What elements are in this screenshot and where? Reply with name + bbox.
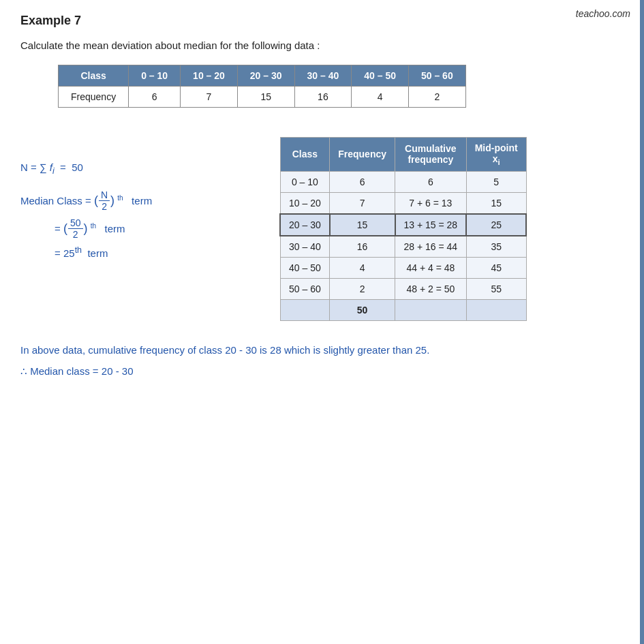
right-border-bar xyxy=(640,0,644,644)
table1-header-row: Class 0 – 10 10 – 20 20 – 30 30 – 40 40 … xyxy=(59,65,466,87)
total-mid xyxy=(466,299,526,320)
table-row: 50 – 60 2 48 + 2 = 50 55 xyxy=(280,278,526,299)
table2-head-freq: Frequency xyxy=(330,138,395,172)
table2-head-midpoint: Mid-pointxi xyxy=(466,138,526,172)
n-over-2-fraction: N 2 xyxy=(99,189,110,212)
n-eq-text: N = ∑ fi = 50 xyxy=(20,162,83,173)
table1-data-row: Frequency 6 7 15 16 4 2 xyxy=(59,87,466,108)
class-50-60: 50 – 60 xyxy=(280,278,330,299)
mid-10-20: 15 xyxy=(466,192,526,214)
total-label xyxy=(280,299,330,320)
table1-freq-50-60: 2 xyxy=(408,87,465,108)
fifty-over-2-fraction: 50 2 xyxy=(68,217,83,240)
table1-col-20-30: 20 – 30 xyxy=(237,65,294,87)
table1-freq-20-30: 15 xyxy=(237,87,294,108)
table-row: 40 – 50 4 44 + 4 = 48 45 xyxy=(280,257,526,278)
data-table-2: Class Frequency Cumulativefrequency Mid-… xyxy=(279,137,527,321)
data-table-1: Class 0 – 10 10 – 20 20 – 30 30 – 40 40 … xyxy=(58,65,466,108)
table2-head-class: Class xyxy=(280,138,330,172)
mid-50-60: 55 xyxy=(466,278,526,299)
median-class-eq2: = ( 50 2 ) th term xyxy=(20,217,266,240)
second-section: N = ∑ fi = 50 Median Class = ( N 2 ) th … xyxy=(20,137,624,321)
watermark: teachoo.com xyxy=(576,8,630,19)
cum-30-40: 28 + 16 = 44 xyxy=(395,236,467,258)
table1-col-40-50: 40 – 50 xyxy=(352,65,409,87)
median-class-eq1: Median Class = ( N 2 ) th term xyxy=(20,189,266,212)
median-class-label: Median Class = xyxy=(20,195,94,206)
class-30-40: 30 – 40 xyxy=(280,236,330,258)
th-superscript-2: th xyxy=(91,222,96,230)
conclusion-line: ∴ Median class = 20 - 30 xyxy=(20,365,624,378)
problem-text: Calculate the mean deviation about media… xyxy=(20,37,624,54)
equations-panel: N = ∑ fi = 50 Median Class = ( N 2 ) th … xyxy=(20,137,266,259)
table-row: 10 – 20 7 7 + 6 = 13 15 xyxy=(280,192,526,214)
first-table-wrapper: Class 0 – 10 10 – 20 20 – 30 30 – 40 40 … xyxy=(58,65,466,108)
fraction-numerator: N xyxy=(99,189,110,201)
table1-freq-0-10: 6 xyxy=(129,87,181,108)
cum-20-30: 13 + 15 = 28 xyxy=(395,214,467,236)
class-10-20: 10 – 20 xyxy=(280,192,330,214)
freq-40-50: 4 xyxy=(330,257,395,278)
eq3-text: = 25th term xyxy=(55,247,108,259)
table-row: 30 – 40 16 28 + 16 = 44 35 xyxy=(280,236,526,258)
total-freq: 50 xyxy=(330,299,395,320)
mid-40-50: 45 xyxy=(466,257,526,278)
n-equation: N = ∑ fi = 50 xyxy=(20,157,266,180)
class-0-10: 0 – 10 xyxy=(280,171,330,192)
freq-50-60: 2 xyxy=(330,278,395,299)
class-20-30: 20 – 30 xyxy=(280,214,330,236)
freq-20-30: 15 xyxy=(330,214,395,236)
eq2-equals: = xyxy=(55,223,63,234)
class-40-50: 40 – 50 xyxy=(280,257,330,278)
bottom-text-content: In above data, cumulative frequency of c… xyxy=(20,344,429,356)
table1-col-50-60: 50 – 60 xyxy=(408,65,465,87)
table1-col-class: Class xyxy=(59,65,129,87)
median-class-fraction: ( N 2 ) xyxy=(94,189,114,212)
table1-col-30-40: 30 – 40 xyxy=(294,65,352,87)
term-label-1: term xyxy=(129,195,152,206)
table1-freq-30-40: 16 xyxy=(294,87,352,108)
freq-0-10: 6 xyxy=(330,171,395,192)
mid-0-10: 5 xyxy=(466,171,526,192)
freq-30-40: 16 xyxy=(330,236,395,258)
table2-head-cum-freq: Cumulativefrequency xyxy=(395,138,467,172)
fraction2-numerator: 50 xyxy=(68,217,83,229)
median-class-eq3: = 25th term xyxy=(20,245,266,259)
table-row-total: 50 xyxy=(280,299,526,320)
cum-10-20: 7 + 6 = 13 xyxy=(395,192,467,214)
cum-40-50: 44 + 4 = 48 xyxy=(395,257,467,278)
table1-col-10-20: 10 – 20 xyxy=(181,65,238,87)
total-cum xyxy=(395,299,467,320)
mid-30-40: 35 xyxy=(466,236,526,258)
table-row: 0 – 10 6 6 5 xyxy=(280,171,526,192)
table1-freq-10-20: 7 xyxy=(181,87,238,108)
table1-freq-label: Frequency xyxy=(59,87,129,108)
fraction-denominator: 2 xyxy=(99,201,109,212)
table1-freq-40-50: 4 xyxy=(352,87,409,108)
table-row-highlighted: 20 – 30 15 13 + 15 = 28 25 xyxy=(280,214,526,236)
example-title: Example 7 xyxy=(20,14,624,28)
fifty-over-2-fraction-wrap: ( 50 2 ) xyxy=(63,217,88,240)
freq-10-20: 7 xyxy=(330,192,395,214)
fraction2-denominator: 2 xyxy=(71,229,80,240)
cum-0-10: 6 xyxy=(395,171,467,192)
term-label-2: term xyxy=(102,223,125,234)
cum-50-60: 48 + 2 = 50 xyxy=(395,278,467,299)
second-table-wrapper: Class Frequency Cumulativefrequency Mid-… xyxy=(279,137,527,321)
table2-header-row: Class Frequency Cumulativefrequency Mid-… xyxy=(280,138,526,172)
table1-col-0-10: 0 – 10 xyxy=(129,65,181,87)
bottom-explanation: In above data, cumulative frequency of c… xyxy=(20,341,624,359)
conclusion-text: ∴ Median class = 20 - 30 xyxy=(20,365,134,377)
th-superscript: th xyxy=(117,194,123,202)
mid-20-30: 25 xyxy=(466,214,526,236)
